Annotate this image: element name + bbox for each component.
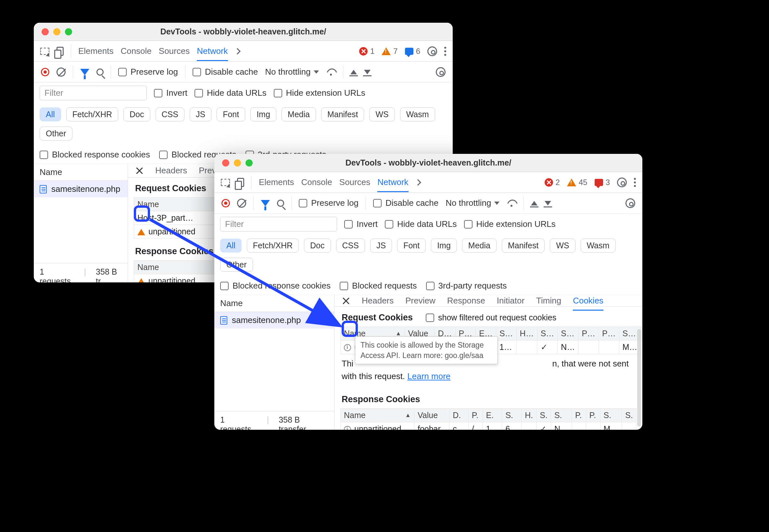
panel-elements[interactable]: Elements [259,177,294,187]
traffic-max-icon[interactable] [65,28,72,35]
learn-more-link[interactable]: Learn more [407,371,451,381]
panel-sources[interactable]: Sources [339,177,370,187]
chip-fetch-xhr[interactable]: Fetch/XHR [66,107,118,121]
traffic-max-icon[interactable] [245,159,253,167]
chip-doc[interactable]: Doc [123,107,150,121]
chip-media[interactable]: Media [462,239,497,253]
tab-preview[interactable]: Preview [405,296,435,306]
issue-count[interactable]: 6 [405,47,420,56]
warning-count[interactable]: 7 [381,47,398,56]
scrollbar[interactable] [637,329,641,427]
tab-headers[interactable]: Headers [362,296,394,306]
panel-elements[interactable]: Elements [78,46,113,56]
request-row[interactable]: samesitenone.php [34,181,128,197]
settings-icon[interactable] [428,46,437,56]
upload-har-icon[interactable] [531,201,538,205]
traffic-close-icon[interactable] [42,28,49,35]
chip-wasm[interactable]: Wasm [581,239,616,253]
show-filtered-checkbox[interactable]: show filtered out request cookies [426,313,556,322]
blocked-cookies-checkbox[interactable]: Blocked response cookies [40,150,150,160]
hide-ext-urls-checkbox[interactable]: Hide extension URLs [464,219,556,229]
network-settings-icon[interactable] [626,198,635,208]
tab-headers[interactable]: Headers [155,166,187,176]
download-har-icon[interactable] [545,201,551,205]
download-har-icon[interactable] [364,70,370,74]
filter-input[interactable]: Filter [40,86,147,100]
kebab-menu-icon[interactable] [634,178,636,187]
panel-console[interactable]: Console [120,46,151,56]
throttling-dropdown[interactable]: No throttling [265,67,319,77]
invert-checkbox[interactable]: Invert [344,219,378,229]
traffic-min-icon[interactable] [234,159,241,167]
traffic-close-icon[interactable] [222,159,229,167]
filter-icon[interactable] [80,69,89,75]
chip-doc[interactable]: Doc [304,239,330,253]
blocked-cookies-checkbox[interactable]: Blocked response cookies [220,281,330,291]
chip-all[interactable]: All [220,239,242,253]
error-count[interactable]: 2 [545,178,560,187]
tab-timing[interactable]: Timing [536,296,561,306]
search-icon[interactable] [277,200,284,207]
filter-input[interactable]: Filter [220,217,337,231]
panel-network[interactable]: Network [377,177,408,192]
chip-ws[interactable]: WS [550,239,575,253]
network-conditions-icon[interactable] [507,198,516,208]
chip-other[interactable]: Other [40,127,72,141]
hide-ext-urls-checkbox[interactable]: Hide extension URLs [274,88,365,98]
chip-manifest[interactable]: Manifest [321,107,364,121]
network-settings-icon[interactable] [436,67,446,77]
device-toolbar-icon[interactable] [56,47,64,56]
device-toolbar-icon[interactable] [237,178,244,187]
upload-har-icon[interactable] [350,70,357,74]
blocked-requests-checkbox[interactable]: Blocked requests [340,281,417,291]
response-cookies-table[interactable]: Name▲ Value D. P. E. S. H. S. S. P. P. S… [340,408,637,430]
requests-header-name[interactable]: Name [34,164,128,181]
error-count[interactable]: 1 [359,47,374,56]
requests-header-name[interactable]: Name [214,295,334,312]
preserve-log-checkbox[interactable]: Preserve log [299,198,358,208]
hide-data-urls-checkbox[interactable]: Hide data URLs [194,88,267,98]
titlebar[interactable]: DevTools - wobbly-violet-heaven.glitch.m… [214,154,642,172]
chip-wasm[interactable]: Wasm [400,107,435,121]
close-details-icon[interactable] [135,167,143,175]
chip-css[interactable]: CSS [336,239,365,253]
network-conditions-icon[interactable] [326,67,336,77]
hide-data-urls-checkbox[interactable]: Hide data URLs [385,219,457,229]
sort-asc-icon[interactable]: ▲ [392,330,402,337]
filter-icon[interactable] [261,200,270,206]
chip-font[interactable]: Font [217,107,245,121]
disable-cache-checkbox[interactable]: Disable cache [373,198,439,208]
warning-count[interactable]: 45 [567,178,588,187]
more-panels-icon[interactable] [234,48,241,55]
chip-js[interactable]: JS [370,239,392,253]
info-icon[interactable] [344,426,351,430]
throttling-dropdown[interactable]: No throttling [446,198,500,208]
traffic-min-icon[interactable] [53,28,60,35]
invert-checkbox[interactable]: Invert [154,88,187,98]
search-icon[interactable] [96,68,104,76]
panel-network[interactable]: Network [197,46,228,61]
inspect-element-icon[interactable] [40,48,49,55]
info-icon[interactable] [344,344,351,351]
issue-count[interactable]: 3 [595,178,610,187]
chip-img[interactable]: Img [250,107,276,121]
sort-asc-icon[interactable]: ▲ [402,412,411,419]
settings-icon[interactable] [617,178,627,187]
chip-fetch-xhr[interactable]: Fetch/XHR [247,239,299,253]
chip-all[interactable]: All [40,107,61,121]
panel-sources[interactable]: Sources [159,46,190,56]
tab-response[interactable]: Response [447,296,485,306]
chip-ws[interactable]: WS [369,107,395,121]
record-icon[interactable] [41,68,49,76]
preserve-log-checkbox[interactable]: Preserve log [118,67,178,77]
clear-icon[interactable] [56,68,66,77]
record-icon[interactable] [221,199,230,207]
chip-other[interactable]: Other [220,258,253,272]
titlebar[interactable]: DevTools - wobbly-violet-heaven.glitch.m… [34,23,453,41]
chip-manifest[interactable]: Manifest [502,239,545,253]
panel-console[interactable]: Console [301,177,332,187]
kebab-menu-icon[interactable] [444,47,446,56]
tab-initiator[interactable]: Initiator [497,296,525,306]
clear-icon[interactable] [237,199,246,208]
chip-css[interactable]: CSS [155,107,184,121]
